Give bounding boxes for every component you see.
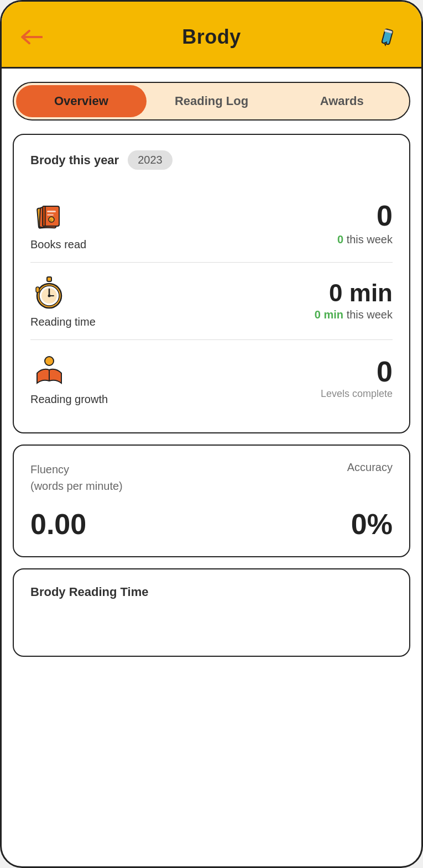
- reading-time-card-title: Brody Reading Time: [30, 585, 393, 599]
- edit-button[interactable]: [378, 24, 405, 50]
- tab-awards[interactable]: Awards: [276, 85, 407, 117]
- svg-rect-9: [47, 214, 54, 216]
- svg-rect-8: [47, 211, 56, 212]
- header-title: Brody: [182, 25, 241, 49]
- reading-time-sub-text: this week: [347, 308, 393, 321]
- books-read-right: 0 0 this week: [337, 201, 393, 246]
- accuracy-value: 0%: [351, 508, 393, 541]
- reading-time-label: Reading time: [30, 316, 96, 328]
- books-read-left: ! Books read: [30, 196, 86, 251]
- main-content: Brody this year 2023: [2, 125, 421, 666]
- svg-rect-7: [43, 206, 45, 226]
- fluency-title-line2: (words per minute): [30, 480, 123, 492]
- books-read-sub-green: 0: [337, 233, 343, 245]
- reading-time-sub-green: 0 min: [315, 308, 343, 321]
- stats-card-header: Brody this year 2023: [30, 150, 393, 170]
- reading-time-row: Reading time 0 min 0 min this week: [30, 262, 393, 339]
- tabs-pill: Overview Reading Log Awards: [13, 82, 410, 121]
- svg-rect-19: [36, 287, 39, 292]
- books-read-label: Books read: [30, 238, 86, 251]
- svg-point-10: [49, 217, 54, 222]
- fluency-title: Fluency (words per minute): [30, 461, 123, 494]
- header: Brody: [2, 2, 421, 69]
- accuracy-label: Accuracy: [347, 461, 393, 474]
- svg-point-20: [45, 357, 54, 365]
- tabs-container: Overview Reading Log Awards: [2, 69, 421, 125]
- reading-growth-value: 0: [321, 357, 393, 386]
- reading-growth-right: 0 Levels complete: [321, 357, 393, 400]
- svg-rect-12: [47, 277, 51, 281]
- tab-reading-log[interactable]: Reading Log: [147, 85, 277, 117]
- reading-time-sub: 0 min this week: [315, 308, 393, 321]
- reading-growth-label: Reading growth: [30, 393, 108, 406]
- reading-growth-row: Reading growth 0 Levels complete: [30, 339, 393, 417]
- fluency-header: Fluency (words per minute) Accuracy: [30, 461, 393, 494]
- year-badge: 2023: [128, 150, 173, 170]
- books-read-sub-text: this week: [347, 233, 393, 245]
- stats-card-title: Brody this year: [30, 153, 119, 168]
- reading-time-right: 0 min 0 min this week: [315, 281, 393, 321]
- reading-time-value: 0 min: [315, 281, 393, 305]
- stopwatch-icon: [30, 274, 68, 311]
- back-button[interactable]: [18, 24, 45, 50]
- books-read-row: ! Books read 0 0 this week: [30, 185, 393, 262]
- books-icon: !: [30, 196, 68, 234]
- reading-growth-left: Reading growth: [30, 351, 108, 406]
- fluency-value: 0.00: [30, 508, 86, 541]
- svg-text:!: !: [50, 219, 51, 222]
- tab-overview[interactable]: Overview: [16, 85, 147, 117]
- stats-card: Brody this year 2023: [13, 134, 410, 433]
- fluency-card: Fluency (words per minute) Accuracy 0.00…: [13, 445, 410, 557]
- books-read-value: 0: [337, 201, 393, 230]
- reading-time-card: Brody Reading Time: [13, 568, 410, 657]
- fluency-title-line1: Fluency: [30, 463, 69, 475]
- reading-growth-sub: Levels complete: [321, 388, 393, 400]
- phone-frame: Brody Overview Reading Log Awards Brody …: [0, 0, 423, 868]
- reader-icon: [30, 351, 68, 389]
- books-read-sub: 0 this week: [337, 233, 393, 246]
- fluency-values: 0.00 0%: [30, 508, 393, 541]
- svg-point-18: [48, 295, 51, 297]
- reading-time-left: Reading time: [30, 274, 96, 328]
